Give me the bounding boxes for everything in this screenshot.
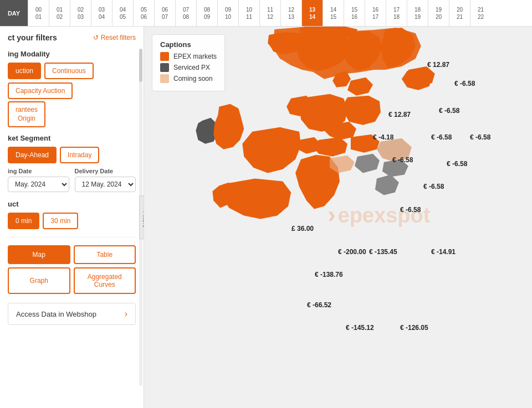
- poland-path: [344, 96, 381, 125]
- sidebar-header: ct your filters ↺ Reset filters: [8, 33, 136, 42]
- sidebar: ct your filters ↺ Reset filters ing Moda…: [0, 27, 144, 408]
- reset-filters-button[interactable]: ↺ Reset filters: [93, 34, 136, 42]
- timeline-col[interactable]: 1920: [428, 0, 449, 26]
- timeline-col[interactable]: 0304: [91, 0, 112, 26]
- serbia-path: [355, 154, 380, 173]
- delivery-date-label: Delivery Date: [75, 168, 136, 174]
- timeline-col[interactable]: 1516: [344, 0, 365, 26]
- timeline-col[interactable]: 0607: [154, 0, 175, 26]
- spain-path: [222, 179, 291, 219]
- trading-modality-buttons: uctionContinuousCapacity Auction: [8, 63, 136, 99]
- timeline-col[interactable]: 1314: [301, 0, 323, 26]
- trading-date-select[interactable]: May. 2024: [8, 177, 69, 192]
- timeline-col[interactable]: 2021: [449, 0, 470, 26]
- caption-item: Serviced PX: [160, 63, 217, 72]
- view-button[interactable]: Map: [8, 245, 70, 264]
- caption-label: Coming soon: [173, 75, 213, 82]
- timeline-col[interactable]: 0405: [112, 0, 133, 26]
- segment-buttons: Day-AheadIntraday: [8, 147, 136, 163]
- access-webshop-button[interactable]: Access Data in Webshop ›: [8, 303, 136, 325]
- product-buttons: 0 min30 min: [8, 213, 136, 229]
- view-button[interactable]: Graph: [8, 267, 70, 294]
- access-label: Access Data in Webshop: [16, 310, 96, 318]
- delivery-date-select[interactable]: 12 May. 2024: [75, 177, 136, 192]
- day-label: DAY: [0, 0, 28, 26]
- reset-icon: ↺: [93, 34, 99, 42]
- captions-box: Captions EPEX marketsServiced PXComing s…: [152, 34, 225, 91]
- timeline-col[interactable]: 1415: [323, 0, 344, 26]
- segment-button[interactable]: Intraday: [60, 147, 99, 163]
- timeline-col[interactable]: 1819: [407, 0, 428, 26]
- timeline-col[interactable]: 1617: [365, 0, 386, 26]
- trading-date-label: ing Date: [8, 168, 69, 174]
- timeline-col[interactable]: 1112: [259, 0, 280, 26]
- timeline-col[interactable]: 2122: [470, 0, 491, 26]
- view-button[interactable]: Table: [74, 245, 136, 264]
- delivery-date-col: Delivery Date 12 May. 2024: [75, 168, 136, 192]
- caption-swatch: [160, 52, 169, 61]
- trading-modality-label: ing Modality: [8, 50, 136, 58]
- trading-button[interactable]: Capacity Auction: [8, 82, 73, 99]
- caption-label: EPEX markets: [173, 53, 217, 60]
- timeline-col[interactable]: 1718: [386, 0, 407, 26]
- timeline-col[interactable]: 0203: [70, 0, 91, 26]
- view-buttons: MapTable GraphAggregated Curves: [8, 245, 136, 294]
- trading-date-col: ing Date May. 2024: [8, 168, 69, 192]
- product-button[interactable]: 0 min: [8, 213, 39, 229]
- view-row-1: MapTable: [8, 245, 136, 264]
- trading-button[interactable]: uction: [8, 63, 41, 79]
- caption-label: Serviced PX: [173, 64, 210, 71]
- trading-button[interactable]: Continuous: [44, 63, 94, 79]
- bulgaria-path: [382, 159, 408, 177]
- arrow-icon: ›: [125, 309, 127, 319]
- romania-path: [377, 138, 412, 162]
- captions-title: Captions: [160, 40, 217, 49]
- caption-swatch: [160, 63, 169, 72]
- timeline-col[interactable]: 0910: [217, 0, 238, 26]
- sidebar-title: ct your filters: [8, 33, 57, 42]
- sweden-lower: [347, 78, 373, 96]
- segment-button[interactable]: Day-Ahead: [8, 147, 57, 163]
- austria-path: [313, 137, 347, 157]
- timeline-col[interactable]: 1011: [238, 0, 259, 26]
- timeline-col[interactable]: 0001: [28, 0, 49, 26]
- product-label: uct: [8, 200, 136, 208]
- divider: [8, 237, 136, 237]
- captions-items: EPEX marketsServiced PXComing soon: [160, 52, 217, 83]
- greece-path: [375, 175, 399, 195]
- caption-item: Coming soon: [160, 74, 217, 83]
- france-path: [242, 127, 301, 173]
- latvia-estonia: [408, 66, 435, 86]
- guarantees-group: ranteesOrigin: [8, 101, 136, 127]
- timeline-col[interactable]: 0809: [196, 0, 217, 26]
- caption-item: EPEX markets: [160, 52, 217, 61]
- map-area: Captions EPEX marketsServiced PXComing s…: [144, 27, 532, 408]
- slovakia-path: [351, 135, 380, 153]
- uk-path: [213, 104, 244, 149]
- market-segment-label: ket Segment: [8, 134, 136, 142]
- product-button[interactable]: 30 min: [43, 213, 78, 229]
- timeline-col[interactable]: 0506: [133, 0, 154, 26]
- filters-toggle[interactable]: ‹ Filters: [139, 195, 144, 240]
- view-button[interactable]: Aggregated Curves: [74, 267, 136, 294]
- date-row: ing Date May. 2024 Delivery Date 12 May.…: [8, 168, 136, 192]
- timeline-col[interactable]: 0102: [49, 0, 70, 26]
- timeline-header: DAY 000101020203030404050506060707080809…: [0, 0, 532, 27]
- view-row-2: GraphAggregated Curves: [8, 267, 136, 294]
- timeline-col[interactable]: 0708: [175, 0, 196, 26]
- timeline-columns: 0001010202030304040505060607070808090910…: [28, 0, 532, 26]
- scrollbar-thumb[interactable]: [139, 49, 142, 82]
- timeline-col[interactable]: 1213: [280, 0, 301, 26]
- guarantees-button[interactable]: ranteesOrigin: [8, 101, 45, 127]
- main-content: ct your filters ↺ Reset filters ing Moda…: [0, 27, 532, 408]
- caption-swatch: [160, 74, 169, 83]
